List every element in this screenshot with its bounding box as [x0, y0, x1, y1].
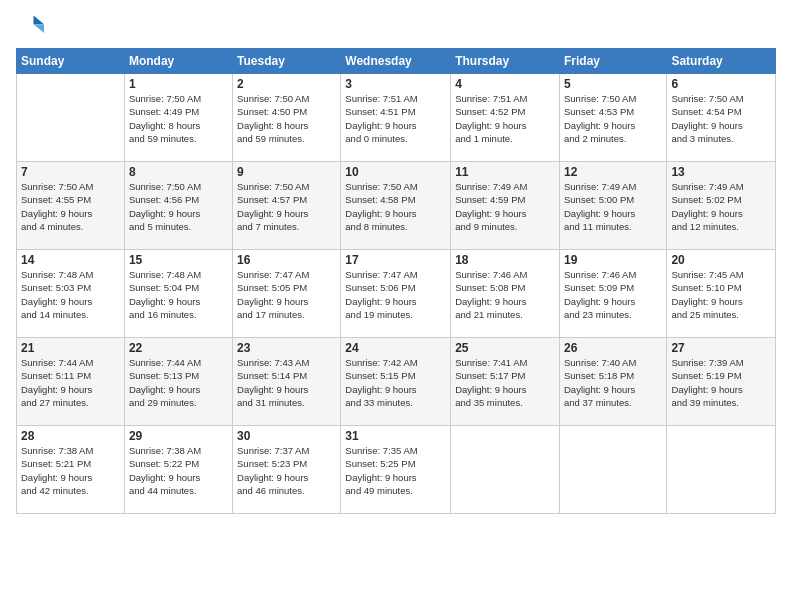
day-number: 1	[129, 77, 228, 91]
day-number: 6	[671, 77, 771, 91]
logo	[16, 12, 48, 40]
calendar-cell: 1Sunrise: 7:50 AMSunset: 4:49 PMDaylight…	[124, 74, 232, 162]
calendar-cell	[559, 426, 666, 514]
day-number: 31	[345, 429, 446, 443]
calendar-table: SundayMondayTuesdayWednesdayThursdayFrid…	[16, 48, 776, 514]
day-info: Sunrise: 7:50 AMSunset: 4:49 PMDaylight:…	[129, 92, 228, 145]
day-info: Sunrise: 7:40 AMSunset: 5:18 PMDaylight:…	[564, 356, 662, 409]
calendar-cell: 6Sunrise: 7:50 AMSunset: 4:54 PMDaylight…	[667, 74, 776, 162]
day-info: Sunrise: 7:44 AMSunset: 5:11 PMDaylight:…	[21, 356, 120, 409]
day-info: Sunrise: 7:46 AMSunset: 5:09 PMDaylight:…	[564, 268, 662, 321]
day-number: 12	[564, 165, 662, 179]
day-info: Sunrise: 7:38 AMSunset: 5:21 PMDaylight:…	[21, 444, 120, 497]
calendar-cell: 10Sunrise: 7:50 AMSunset: 4:58 PMDayligh…	[341, 162, 451, 250]
day-info: Sunrise: 7:46 AMSunset: 5:08 PMDaylight:…	[455, 268, 555, 321]
calendar-cell: 18Sunrise: 7:46 AMSunset: 5:08 PMDayligh…	[451, 250, 560, 338]
day-number: 3	[345, 77, 446, 91]
svg-marker-1	[34, 24, 45, 33]
day-number: 14	[21, 253, 120, 267]
page: SundayMondayTuesdayWednesdayThursdayFrid…	[0, 0, 792, 612]
day-number: 4	[455, 77, 555, 91]
svg-marker-0	[34, 16, 45, 25]
day-info: Sunrise: 7:37 AMSunset: 5:23 PMDaylight:…	[237, 444, 336, 497]
day-info: Sunrise: 7:38 AMSunset: 5:22 PMDaylight:…	[129, 444, 228, 497]
week-row-1: 7Sunrise: 7:50 AMSunset: 4:55 PMDaylight…	[17, 162, 776, 250]
calendar-cell: 5Sunrise: 7:50 AMSunset: 4:53 PMDaylight…	[559, 74, 666, 162]
calendar-cell: 29Sunrise: 7:38 AMSunset: 5:22 PMDayligh…	[124, 426, 232, 514]
day-number: 18	[455, 253, 555, 267]
calendar-cell: 22Sunrise: 7:44 AMSunset: 5:13 PMDayligh…	[124, 338, 232, 426]
day-info: Sunrise: 7:39 AMSunset: 5:19 PMDaylight:…	[671, 356, 771, 409]
calendar-cell: 16Sunrise: 7:47 AMSunset: 5:05 PMDayligh…	[233, 250, 341, 338]
calendar-body: 1Sunrise: 7:50 AMSunset: 4:49 PMDaylight…	[17, 74, 776, 514]
calendar-cell: 3Sunrise: 7:51 AMSunset: 4:51 PMDaylight…	[341, 74, 451, 162]
day-info: Sunrise: 7:43 AMSunset: 5:14 PMDaylight:…	[237, 356, 336, 409]
day-info: Sunrise: 7:51 AMSunset: 4:52 PMDaylight:…	[455, 92, 555, 145]
day-info: Sunrise: 7:49 AMSunset: 4:59 PMDaylight:…	[455, 180, 555, 233]
calendar-cell: 26Sunrise: 7:40 AMSunset: 5:18 PMDayligh…	[559, 338, 666, 426]
day-info: Sunrise: 7:50 AMSunset: 4:57 PMDaylight:…	[237, 180, 336, 233]
day-number: 2	[237, 77, 336, 91]
header-cell-monday: Monday	[124, 49, 232, 74]
day-info: Sunrise: 7:44 AMSunset: 5:13 PMDaylight:…	[129, 356, 228, 409]
day-info: Sunrise: 7:50 AMSunset: 4:50 PMDaylight:…	[237, 92, 336, 145]
day-number: 16	[237, 253, 336, 267]
header-cell-saturday: Saturday	[667, 49, 776, 74]
calendar-cell: 2Sunrise: 7:50 AMSunset: 4:50 PMDaylight…	[233, 74, 341, 162]
week-row-4: 28Sunrise: 7:38 AMSunset: 5:21 PMDayligh…	[17, 426, 776, 514]
day-number: 30	[237, 429, 336, 443]
header	[16, 12, 776, 40]
day-number: 11	[455, 165, 555, 179]
day-number: 10	[345, 165, 446, 179]
calendar-cell: 21Sunrise: 7:44 AMSunset: 5:11 PMDayligh…	[17, 338, 125, 426]
svg-rect-2	[16, 16, 34, 35]
day-info: Sunrise: 7:47 AMSunset: 5:05 PMDaylight:…	[237, 268, 336, 321]
day-number: 21	[21, 341, 120, 355]
header-cell-tuesday: Tuesday	[233, 49, 341, 74]
calendar-cell: 20Sunrise: 7:45 AMSunset: 5:10 PMDayligh…	[667, 250, 776, 338]
calendar-cell: 25Sunrise: 7:41 AMSunset: 5:17 PMDayligh…	[451, 338, 560, 426]
calendar-cell	[667, 426, 776, 514]
day-info: Sunrise: 7:50 AMSunset: 4:55 PMDaylight:…	[21, 180, 120, 233]
logo-icon	[16, 12, 44, 40]
day-number: 28	[21, 429, 120, 443]
day-info: Sunrise: 7:49 AMSunset: 5:00 PMDaylight:…	[564, 180, 662, 233]
day-info: Sunrise: 7:50 AMSunset: 4:56 PMDaylight:…	[129, 180, 228, 233]
header-cell-friday: Friday	[559, 49, 666, 74]
header-cell-wednesday: Wednesday	[341, 49, 451, 74]
day-info: Sunrise: 7:50 AMSunset: 4:53 PMDaylight:…	[564, 92, 662, 145]
day-info: Sunrise: 7:35 AMSunset: 5:25 PMDaylight:…	[345, 444, 446, 497]
calendar-cell: 7Sunrise: 7:50 AMSunset: 4:55 PMDaylight…	[17, 162, 125, 250]
day-number: 23	[237, 341, 336, 355]
calendar-cell	[451, 426, 560, 514]
calendar-cell: 11Sunrise: 7:49 AMSunset: 4:59 PMDayligh…	[451, 162, 560, 250]
calendar-cell: 12Sunrise: 7:49 AMSunset: 5:00 PMDayligh…	[559, 162, 666, 250]
day-info: Sunrise: 7:42 AMSunset: 5:15 PMDaylight:…	[345, 356, 446, 409]
day-number: 25	[455, 341, 555, 355]
day-info: Sunrise: 7:45 AMSunset: 5:10 PMDaylight:…	[671, 268, 771, 321]
calendar-cell	[17, 74, 125, 162]
day-info: Sunrise: 7:51 AMSunset: 4:51 PMDaylight:…	[345, 92, 446, 145]
calendar-cell: 14Sunrise: 7:48 AMSunset: 5:03 PMDayligh…	[17, 250, 125, 338]
week-row-2: 14Sunrise: 7:48 AMSunset: 5:03 PMDayligh…	[17, 250, 776, 338]
day-number: 24	[345, 341, 446, 355]
calendar-cell: 27Sunrise: 7:39 AMSunset: 5:19 PMDayligh…	[667, 338, 776, 426]
calendar-cell: 13Sunrise: 7:49 AMSunset: 5:02 PMDayligh…	[667, 162, 776, 250]
header-cell-sunday: Sunday	[17, 49, 125, 74]
calendar-cell: 9Sunrise: 7:50 AMSunset: 4:57 PMDaylight…	[233, 162, 341, 250]
calendar-cell: 30Sunrise: 7:37 AMSunset: 5:23 PMDayligh…	[233, 426, 341, 514]
week-row-0: 1Sunrise: 7:50 AMSunset: 4:49 PMDaylight…	[17, 74, 776, 162]
day-number: 17	[345, 253, 446, 267]
day-number: 22	[129, 341, 228, 355]
week-row-3: 21Sunrise: 7:44 AMSunset: 5:11 PMDayligh…	[17, 338, 776, 426]
day-number: 27	[671, 341, 771, 355]
day-info: Sunrise: 7:50 AMSunset: 4:54 PMDaylight:…	[671, 92, 771, 145]
day-number: 7	[21, 165, 120, 179]
calendar-cell: 24Sunrise: 7:42 AMSunset: 5:15 PMDayligh…	[341, 338, 451, 426]
day-number: 15	[129, 253, 228, 267]
calendar-cell: 31Sunrise: 7:35 AMSunset: 5:25 PMDayligh…	[341, 426, 451, 514]
day-number: 19	[564, 253, 662, 267]
calendar-cell: 28Sunrise: 7:38 AMSunset: 5:21 PMDayligh…	[17, 426, 125, 514]
calendar-cell: 15Sunrise: 7:48 AMSunset: 5:04 PMDayligh…	[124, 250, 232, 338]
day-number: 29	[129, 429, 228, 443]
